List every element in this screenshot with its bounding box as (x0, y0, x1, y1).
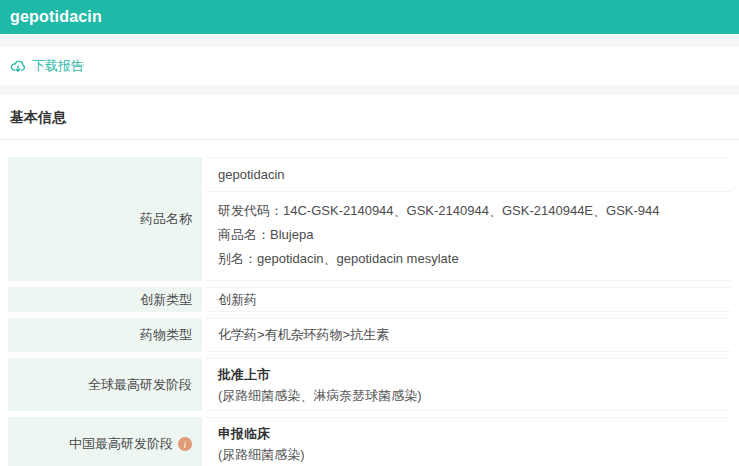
row-label: 药物类型 (8, 318, 202, 352)
info-icon[interactable]: i (178, 437, 192, 451)
detail-line-trade-name: 商品名：Blujepa (218, 223, 731, 247)
detail-line-alias: 别名：gepotidacin、gepotidacin mesylate (218, 247, 731, 271)
table-row-innovation-type: 创新类型 创新药 (8, 287, 731, 312)
row-value: 化学药>有机杂环药物>抗生素 (206, 318, 731, 352)
divider (0, 139, 739, 140)
table-row-drug-type: 药物类型 化学药>有机杂环药物>抗生素 (8, 318, 731, 352)
drug-title: gepotidacin (10, 8, 102, 26)
row-label: 中国最高研发阶段 i (8, 417, 202, 466)
table-row-global-stage: 全球最高研发阶段 批准上市 (尿路细菌感染、淋病奈瑟球菌感染) (8, 358, 731, 411)
basic-info-table: 药品名称 gepotidacin 研发代码：14C-GSK-2140944、GS… (8, 157, 731, 466)
global-stage-indications: (尿路细菌感染、淋病奈瑟球菌感染) (218, 385, 731, 406)
toolbar: 下载报告 (0, 47, 739, 85)
drug-name-details: 研发代码：14C-GSK-2140944、GSK-2140944、GSK-214… (218, 192, 731, 280)
row-value: gepotidacin 研发代码：14C-GSK-2140944、GSK-214… (206, 157, 731, 281)
download-report-label: 下载报告 (32, 57, 84, 75)
row-value: 创新药 (206, 287, 731, 312)
spacer-strip (0, 85, 739, 95)
row-label: 创新类型 (8, 287, 202, 312)
detail-line-rd-code: 研发代码：14C-GSK-2140944、GSK-2140944、GSK-214… (218, 199, 731, 223)
china-stage-indications: (尿路细菌感染) (218, 444, 731, 465)
table-row-china-stage: 中国最高研发阶段 i 申报临床 (尿路细菌感染) (8, 417, 731, 466)
spacer-strip (0, 34, 739, 47)
row-label: 全球最高研发阶段 (8, 358, 202, 411)
drug-name-value: gepotidacin (218, 158, 731, 191)
download-report-link[interactable]: 下载报告 (10, 57, 84, 75)
row-label-text: 中国最高研发阶段 (69, 435, 173, 453)
global-stage-value: 批准上市 (218, 364, 731, 385)
row-value: 批准上市 (尿路细菌感染、淋病奈瑟球菌感染) (206, 358, 731, 411)
table-row-drug-name: 药品名称 gepotidacin 研发代码：14C-GSK-2140944、GS… (8, 157, 731, 281)
china-stage-value: 申报临床 (218, 423, 731, 444)
row-label: 药品名称 (8, 157, 202, 281)
row-value: 申报临床 (尿路细菌感染) (206, 417, 731, 466)
page-header: gepotidacin (0, 0, 739, 34)
cloud-download-icon (10, 58, 26, 74)
basic-info-section: 基本信息 药品名称 gepotidacin 研发代码：14C-GSK-21409… (0, 95, 739, 466)
section-title: 基本信息 (0, 95, 739, 139)
